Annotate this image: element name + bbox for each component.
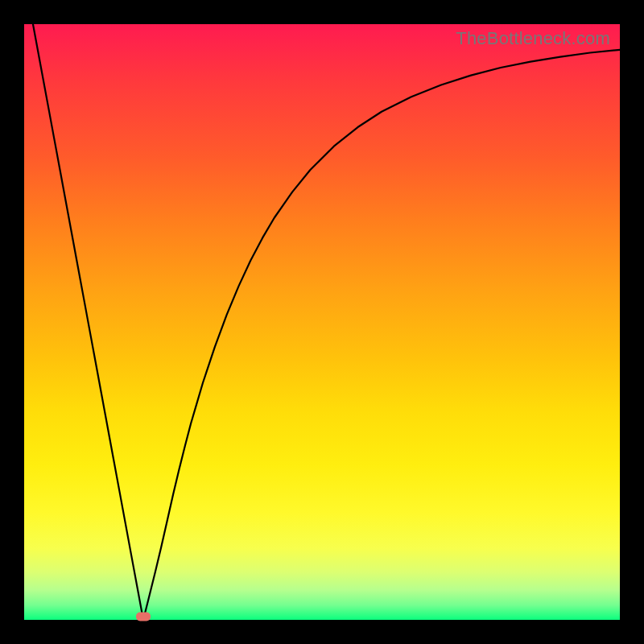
plot-area: TheBottleneck.com — [24, 24, 620, 620]
bottleneck-curve — [24, 24, 620, 620]
chart-container: TheBottleneck.com — [0, 0, 644, 644]
minimum-marker — [136, 613, 151, 621]
